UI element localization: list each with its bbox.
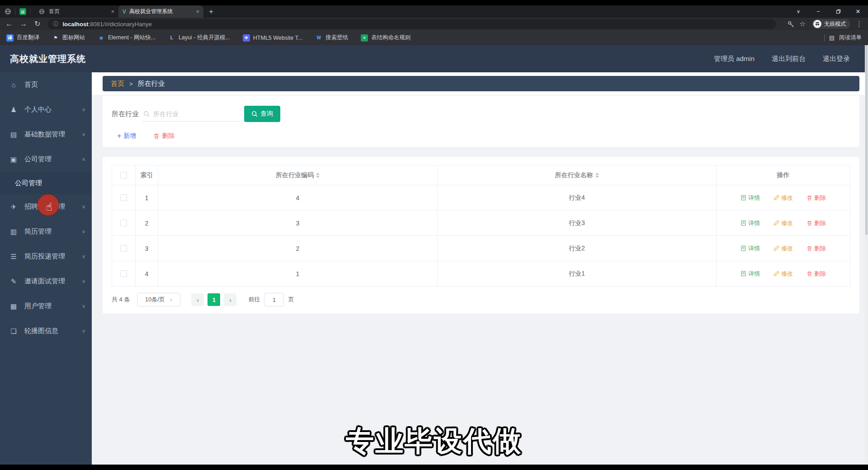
pinned-sheets-icon[interactable]: ▤: [19, 8, 27, 16]
minimize-icon[interactable]: −: [808, 5, 828, 18]
sort-icon[interactable]: [316, 173, 320, 178]
forward-icon[interactable]: →: [20, 20, 27, 28]
query-button[interactable]: 查询: [244, 106, 280, 122]
sidebar-item-personal-center[interactable]: ♟ 个人中心 ∨: [0, 97, 92, 122]
bookmark-element[interactable]: ◉ Element - 网站快...: [98, 34, 156, 42]
select-all-checkbox[interactable]: [120, 172, 127, 179]
exit-to-front-link[interactable]: 退出到前台: [772, 55, 806, 63]
cell-index: 1: [136, 185, 158, 210]
sidebar-item-carousel-info[interactable]: ❏ 轮播图信息 ∨: [0, 319, 92, 343]
bookmark-baidu-translate[interactable]: 译 百度翻译: [6, 34, 39, 42]
browser-menu-icon[interactable]: ⋮: [856, 20, 863, 28]
close-window-icon[interactable]: ✕: [848, 5, 868, 18]
row-checkbox[interactable]: [120, 194, 127, 201]
table-toolbar: + 新增 删除: [112, 132, 850, 140]
paper-plane-icon: ✈: [8, 203, 19, 211]
sidebar-item-resume-delivery[interactable]: ☰ 简历投递管理 ∨: [0, 244, 92, 269]
header-industry-name[interactable]: 所在行业名称: [438, 165, 717, 185]
bookmarks-bar: 译 百度翻译 ⚑ 图标网站 ◉ Element - 网站快... L Layui…: [0, 30, 868, 45]
table-row: 2 3 行业3 详情 修改 删除: [112, 210, 850, 235]
document-icon: [741, 195, 746, 201]
close-tab-icon[interactable]: ×: [196, 8, 199, 15]
page-size-select[interactable]: 10条/页 ∨: [137, 293, 180, 306]
search-input-wrap: [142, 106, 240, 122]
reload-icon[interactable]: ↻: [34, 20, 40, 28]
address-bar[interactable]: ⓘ localhost :8081/#/dictionaryHanye: [47, 19, 775, 29]
sidebar-item-interview-invite[interactable]: ✎ 邀请面试管理 ∨: [0, 269, 92, 294]
bookmark-wallpaper[interactable]: W 搜索壁纸: [315, 34, 348, 42]
sidebar-item-home[interactable]: ⌂ 首页: [0, 72, 92, 97]
detail-button[interactable]: 详情: [741, 244, 760, 253]
sidebar-item-resume-mgmt[interactable]: ▥ 简历管理 ∨: [0, 219, 92, 244]
cell-actions: 详情 修改 删除: [717, 211, 850, 235]
home-icon: ⌂: [8, 81, 19, 89]
restore-icon[interactable]: [828, 5, 848, 18]
pencil-icon: [774, 271, 779, 277]
content-area: 所在行业 查询 + 新增: [92, 95, 868, 314]
search-input[interactable]: [153, 110, 239, 118]
bookmark-star-icon[interactable]: ☆: [800, 20, 806, 28]
page-scrollbar[interactable]: [865, 45, 868, 465]
window-menu-icon[interactable]: ∨: [788, 5, 808, 18]
add-button[interactable]: + 新增: [117, 132, 136, 140]
sidebar-item-user-mgmt[interactable]: ▦ 用户管理 ∨: [0, 294, 92, 319]
tab-home[interactable]: 首页 ×: [33, 5, 118, 18]
video-watermark: 专业毕设代做: [0, 422, 868, 460]
bookmark-html5-template[interactable]: ❖ HTML5 Website T...: [243, 34, 302, 42]
document-icon: [741, 220, 746, 226]
main-content: 首页 > 所在行业 所在行业 查询: [92, 72, 868, 465]
cell-index: 4: [136, 261, 158, 286]
back-icon[interactable]: ←: [5, 20, 13, 28]
detail-button[interactable]: 详情: [741, 270, 760, 278]
grid-icon: ▦: [8, 302, 19, 310]
new-tab-button[interactable]: +: [209, 8, 213, 15]
current-page-button[interactable]: 1: [208, 293, 220, 306]
close-tab-icon[interactable]: ×: [111, 8, 114, 15]
letterbox-bottom: [0, 465, 868, 470]
bookmark-naming-rules[interactable]: ≡ 表结构命名规则: [361, 34, 411, 42]
edit-button[interactable]: 修改: [774, 219, 793, 227]
hand-cursor-icon: ☝: [46, 201, 52, 213]
image-icon: ❏: [8, 327, 19, 335]
prev-page-button[interactable]: ‹: [191, 293, 204, 306]
row-checkbox[interactable]: [120, 270, 127, 277]
edit-button[interactable]: 修改: [774, 244, 793, 253]
row-checkbox[interactable]: [120, 245, 127, 252]
url-host: localhost: [62, 21, 88, 28]
row-checkbox[interactable]: [120, 220, 127, 226]
cell-index: 3: [136, 236, 158, 261]
sidebar-subitem-company-mgmt[interactable]: 公司管理: [0, 172, 92, 194]
reading-list-icon: ▤: [829, 34, 835, 41]
sidebar-item-company-mgmt[interactable]: ▣ 公司管理 ∧: [0, 147, 92, 172]
header-industry-code[interactable]: 所在行业编码: [158, 165, 438, 185]
sidebar-item-base-data[interactable]: ▤ 基础数据管理 ∨: [0, 122, 92, 147]
scrollbar-thumb[interactable]: [865, 45, 868, 235]
logout-link[interactable]: 退出登录: [823, 55, 850, 63]
chevron-down-icon: ∨: [170, 297, 173, 302]
sort-icon[interactable]: [595, 173, 599, 178]
bookmark-layui[interactable]: L Layui - 经典开源模...: [168, 34, 230, 42]
breadcrumb-home-link[interactable]: 首页: [111, 80, 124, 88]
search-row: 所在行业 查询: [112, 106, 850, 122]
delete-button[interactable]: 删除: [807, 244, 826, 253]
reading-list[interactable]: ▤ 阅读清单: [824, 34, 862, 42]
site-info-icon[interactable]: ⓘ: [53, 20, 58, 28]
edit-button[interactable]: 修改: [774, 270, 793, 278]
row-checkbox-cell: [112, 211, 136, 235]
tab-label: 高校就业管理系统: [129, 8, 193, 15]
batch-delete-button[interactable]: 删除: [153, 132, 175, 140]
delete-button[interactable]: 删除: [807, 194, 826, 202]
next-page-button[interactable]: ›: [224, 293, 236, 306]
password-key-icon[interactable]: [788, 21, 794, 28]
delete-button[interactable]: 删除: [807, 219, 826, 227]
header-right: 管理员 admin 退出到前台 退出登录: [714, 55, 850, 63]
detail-button[interactable]: 详情: [741, 194, 760, 202]
tab-employment-system[interactable]: V 高校就业管理系统 ×: [118, 5, 203, 18]
goto-page-input[interactable]: [264, 293, 284, 306]
delete-button[interactable]: 删除: [807, 270, 826, 278]
detail-button[interactable]: 详情: [741, 219, 760, 227]
chart-icon: ▥: [8, 228, 19, 236]
edit-button[interactable]: 修改: [774, 194, 793, 202]
pinned-globe-icon[interactable]: [4, 8, 12, 16]
bookmark-icon-site[interactable]: ⚑ 图标网站: [52, 34, 85, 42]
